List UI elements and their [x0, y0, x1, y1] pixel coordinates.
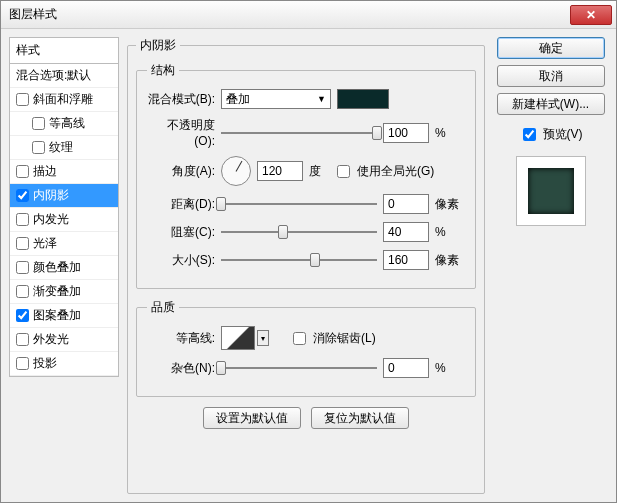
angle-label: 角度(A): — [147, 163, 215, 180]
quality-legend: 品质 — [147, 299, 179, 316]
angle-unit: 度 — [309, 163, 321, 180]
opacity-label: 不透明度(O): — [147, 117, 215, 148]
style-item-checkbox[interactable] — [16, 213, 29, 226]
style-item-checkbox[interactable] — [16, 261, 29, 274]
style-item-label: 等高线 — [49, 115, 85, 132]
angle-input[interactable]: 120 — [257, 161, 303, 181]
size-label: 大小(S): — [147, 252, 215, 269]
structure-group: 结构 混合模式(B): 叠加 ▼ 不透明度(O): 100 % — [136, 62, 476, 289]
style-item-checkbox[interactable] — [16, 189, 29, 202]
style-item[interactable]: 描边 — [10, 160, 118, 184]
style-item-label: 颜色叠加 — [33, 259, 81, 276]
style-item[interactable]: 混合选项:默认 — [10, 64, 118, 88]
opacity-unit: % — [435, 126, 465, 140]
global-light-checkbox[interactable]: 使用全局光(G) — [333, 162, 434, 181]
window-title: 图层样式 — [5, 6, 570, 23]
noise-unit: % — [435, 361, 465, 375]
style-item-label: 光泽 — [33, 235, 57, 252]
noise-slider[interactable] — [221, 359, 377, 377]
style-item-checkbox[interactable] — [32, 141, 45, 154]
shadow-color-swatch[interactable] — [337, 89, 389, 109]
angle-dial[interactable] — [221, 156, 251, 186]
distance-label: 距离(D): — [147, 196, 215, 213]
style-item-checkbox[interactable] — [16, 165, 29, 178]
right-panel: 确定 取消 新建样式(W)... 预览(V) — [493, 37, 608, 494]
blend-mode-select[interactable]: 叠加 ▼ — [221, 89, 331, 109]
choke-input[interactable]: 40 — [383, 222, 429, 242]
style-item[interactable]: 投影 — [10, 352, 118, 376]
contour-picker[interactable] — [221, 326, 255, 350]
structure-legend: 结构 — [147, 62, 179, 79]
size-slider[interactable] — [221, 251, 377, 269]
style-item-label: 内阴影 — [33, 187, 69, 204]
close-icon: ✕ — [586, 8, 596, 22]
size-unit: 像素 — [435, 252, 465, 269]
opacity-input[interactable]: 100 — [383, 123, 429, 143]
style-item-label: 投影 — [33, 355, 57, 372]
antialias-checkbox[interactable]: 消除锯齿(L) — [289, 329, 376, 348]
preview-checkbox[interactable]: 预览(V) — [519, 125, 583, 144]
style-item-checkbox[interactable] — [16, 285, 29, 298]
reset-default-button[interactable]: 复位为默认值 — [311, 407, 409, 429]
quality-group: 品质 等高线: ▾ 消除锯齿(L) 杂色(N): — [136, 299, 476, 397]
chevron-down-icon: ▼ — [317, 94, 326, 104]
style-item-checkbox[interactable] — [16, 357, 29, 370]
inner-shadow-group: 内阴影 结构 混合模式(B): 叠加 ▼ 不透明度(O): 10 — [127, 37, 485, 494]
style-item-checkbox[interactable] — [16, 237, 29, 250]
cancel-button[interactable]: 取消 — [497, 65, 605, 87]
settings-panel: 内阴影 结构 混合模式(B): 叠加 ▼ 不透明度(O): 10 — [127, 37, 485, 494]
choke-unit: % — [435, 225, 465, 239]
style-item[interactable]: 纹理 — [10, 136, 118, 160]
style-item[interactable]: 图案叠加 — [10, 304, 118, 328]
style-item[interactable]: 颜色叠加 — [10, 256, 118, 280]
style-item-label: 纹理 — [49, 139, 73, 156]
opacity-slider[interactable] — [221, 124, 377, 142]
style-item-checkbox[interactable] — [32, 117, 45, 130]
preview-swatch — [528, 168, 574, 214]
choke-label: 阻塞(C): — [147, 224, 215, 241]
style-item-checkbox[interactable] — [16, 333, 29, 346]
style-item-label: 混合选项:默认 — [16, 67, 91, 84]
style-item[interactable]: 光泽 — [10, 232, 118, 256]
contour-dropdown-button[interactable]: ▾ — [257, 330, 269, 346]
distance-unit: 像素 — [435, 196, 465, 213]
styles-header: 样式 — [9, 37, 119, 63]
style-item[interactable]: 内阴影 — [10, 184, 118, 208]
noise-label: 杂色(N): — [147, 360, 215, 377]
layer-style-dialog: 图层样式 ✕ 样式 混合选项:默认斜面和浮雕等高线纹理描边内阴影内发光光泽颜色叠… — [0, 0, 617, 503]
set-default-button[interactable]: 设置为默认值 — [203, 407, 301, 429]
style-item-label: 图案叠加 — [33, 307, 81, 324]
panel-title: 内阴影 — [136, 37, 180, 54]
blend-mode-label: 混合模式(B): — [147, 91, 215, 108]
style-item[interactable]: 外发光 — [10, 328, 118, 352]
contour-label: 等高线: — [147, 330, 215, 347]
style-item[interactable]: 斜面和浮雕 — [10, 88, 118, 112]
style-item[interactable]: 等高线 — [10, 112, 118, 136]
size-input[interactable]: 160 — [383, 250, 429, 270]
ok-button[interactable]: 确定 — [497, 37, 605, 59]
titlebar: 图层样式 ✕ — [1, 1, 616, 29]
style-item-label: 外发光 — [33, 331, 69, 348]
new-style-button[interactable]: 新建样式(W)... — [497, 93, 605, 115]
style-item[interactable]: 渐变叠加 — [10, 280, 118, 304]
style-item-label: 内发光 — [33, 211, 69, 228]
style-item-checkbox[interactable] — [16, 309, 29, 322]
style-item-label: 渐变叠加 — [33, 283, 81, 300]
style-item[interactable]: 内发光 — [10, 208, 118, 232]
close-button[interactable]: ✕ — [570, 5, 612, 25]
styles-list: 混合选项:默认斜面和浮雕等高线纹理描边内阴影内发光光泽颜色叠加渐变叠加图案叠加外… — [9, 63, 119, 377]
style-item-checkbox[interactable] — [16, 93, 29, 106]
styles-list-panel: 样式 混合选项:默认斜面和浮雕等高线纹理描边内阴影内发光光泽颜色叠加渐变叠加图案… — [9, 37, 119, 494]
style-item-label: 描边 — [33, 163, 57, 180]
distance-slider[interactable] — [221, 195, 377, 213]
distance-input[interactable]: 0 — [383, 194, 429, 214]
choke-slider[interactable] — [221, 223, 377, 241]
noise-input[interactable]: 0 — [383, 358, 429, 378]
preview-box — [516, 156, 586, 226]
style-item-label: 斜面和浮雕 — [33, 91, 93, 108]
